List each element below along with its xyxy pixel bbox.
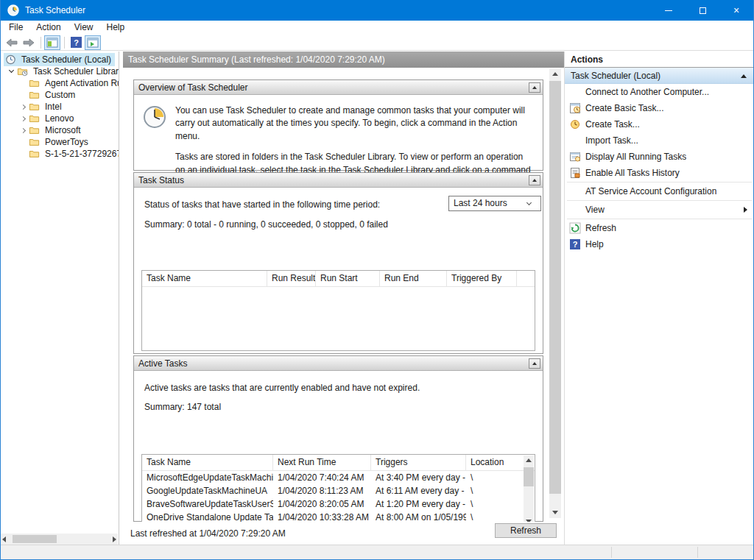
overview-section-title: Overview of Task Scheduler — [138, 82, 248, 93]
actions-group-header[interactable]: Task Scheduler (Local) — [565, 68, 754, 84]
task-status-section-header[interactable]: Task Status — [134, 173, 543, 188]
chevron-collapsed-icon[interactable] — [21, 116, 26, 121]
tree-item-folder[interactable]: S-1-5-21-3772926790- — [1, 148, 119, 160]
show-action-pane-button[interactable] — [85, 35, 101, 50]
create-task-icon — [569, 118, 581, 130]
action-label: View — [585, 205, 605, 215]
menu-bar: File Action View Help — [1, 21, 753, 35]
close-icon: × — [733, 5, 739, 15]
back-button[interactable] — [4, 35, 20, 50]
cell-triggers: At 8:00 AM on 1/05/199... — [371, 511, 466, 522]
active-tasks-description: Active tasks are tasks that are currentl… — [144, 383, 420, 393]
table-vertical-scrollbar[interactable] — [524, 456, 534, 522]
scrollbar-thumb[interactable] — [524, 467, 534, 486]
chevron-collapsed-icon[interactable] — [21, 104, 26, 109]
action-create-basic-task[interactable]: Create Basic Task... — [565, 100, 754, 116]
column-header[interactable]: Run Result — [267, 271, 316, 286]
active-tasks-table: Task Name Next Run Time Triggers Locatio… — [141, 454, 535, 522]
overview-section-header[interactable]: Overview of Task Scheduler — [134, 80, 543, 95]
column-header[interactable]: Triggered By — [447, 271, 517, 286]
cell-next-run-time: 1/04/2020 8:20:05 AM — [273, 497, 371, 511]
tree-horizontal-scrollbar[interactable] — [1, 534, 118, 545]
active-tasks-section-title: Active Tasks — [138, 358, 187, 369]
column-header[interactable]: Run End — [380, 271, 447, 286]
tree-item-folder[interactable]: Agent Activation Runt — [1, 77, 119, 89]
summary-header: Task Scheduler Summary (Last refreshed: … — [123, 52, 564, 68]
table-row[interactable]: OneDrive Standalone Update Task-... 1/04… — [142, 511, 535, 522]
task-scheduler-window: Task Scheduler × File Action View Help ? — [0, 0, 754, 560]
statusbar-divider — [697, 547, 698, 558]
menu-view[interactable]: View — [68, 21, 100, 35]
tree-item-folder[interactable]: Lenovo — [1, 113, 119, 124]
chevron-collapsed-icon[interactable] — [21, 127, 26, 132]
time-period-dropdown[interactable]: Last 24 hours — [448, 196, 541, 211]
active-tasks-section-header[interactable]: Active Tasks — [134, 356, 543, 371]
scroll-down-icon[interactable] — [552, 511, 558, 514]
column-header[interactable]: Triggers — [371, 455, 466, 470]
tree-item-label: Microsoft — [43, 124, 83, 136]
refresh-button[interactable]: Refresh — [495, 523, 557, 538]
column-header[interactable]: Task Name — [142, 455, 273, 470]
tree-item-label: PowerToys — [43, 136, 91, 148]
scroll-up-icon[interactable] — [552, 72, 558, 76]
column-header[interactable]: Run Start — [316, 271, 380, 286]
action-at-service-account-configuration[interactable]: AT Service Account Configuration — [565, 183, 754, 199]
scrollbar-thumb[interactable] — [13, 535, 57, 543]
menu-help[interactable]: Help — [100, 21, 132, 35]
tree-item-folder[interactable]: Microsoft — [1, 124, 119, 136]
actions-separator — [567, 219, 752, 219]
close-button[interactable]: × — [719, 0, 753, 21]
collapse-button[interactable] — [529, 358, 540, 369]
action-import-task[interactable]: Import Task... — [565, 132, 754, 149]
action-enable-all-tasks-history[interactable]: Enable All Tasks History — [565, 165, 754, 181]
statusbar-divider — [611, 547, 612, 558]
create-basic-task-icon — [569, 102, 581, 114]
table-row[interactable]: MicrosoftEdgeUpdateTaskMachine... 1/04/2… — [142, 471, 535, 484]
maximize-button[interactable] — [686, 0, 719, 21]
table-row[interactable]: GoogleUpdateTaskMachineUA 1/04/2020 8:11… — [142, 484, 535, 497]
tree-item-folder[interactable]: Intel — [1, 101, 119, 113]
action-label: Create Task... — [585, 119, 640, 130]
enable-all-tasks-history-icon — [569, 167, 581, 179]
scrollbar-thumb[interactable] — [549, 81, 561, 494]
cell-next-run-time: 1/04/2020 7:40:24 AM — [273, 471, 371, 484]
action-view[interactable]: View — [565, 202, 754, 218]
folder-icon — [29, 137, 40, 147]
show-console-tree-button[interactable] — [44, 35, 60, 50]
action-connect-to-another-computer[interactable]: Connect to Another Computer... — [565, 84, 754, 100]
overview-paragraph-1: You can use Task Scheduler to create and… — [175, 104, 534, 143]
action-display-all-running-tasks[interactable]: Display All Running Tasks — [565, 149, 754, 165]
minimize-button[interactable] — [652, 0, 686, 21]
forward-button[interactable] — [21, 35, 37, 50]
action-refresh[interactable]: Refresh — [565, 220, 754, 236]
tree-item-task-scheduler-local[interactable]: Task Scheduler (Local) — [1, 54, 119, 65]
summary-vertical-scrollbar[interactable] — [549, 68, 561, 518]
scroll-up-icon[interactable] — [526, 458, 532, 462]
help-button[interactable]: ? — [68, 35, 84, 50]
scroll-left-icon[interactable] — [2, 536, 6, 542]
column-header[interactable]: Task Name — [142, 271, 267, 286]
display-all-running-tasks-icon — [569, 151, 581, 163]
active-tasks-summary: Summary: 147 total — [144, 402, 221, 412]
action-help[interactable]: ? Help — [565, 236, 754, 252]
help-icon: ? — [569, 238, 581, 250]
tree-item-task-scheduler-library[interactable]: Task Scheduler Library — [1, 65, 119, 77]
show-action-pane-icon — [87, 38, 99, 48]
window-title: Task Scheduler — [25, 5, 85, 15]
actions-title: Actions — [565, 52, 754, 68]
tree-item-folder[interactable]: PowerToys — [1, 136, 119, 148]
collapse-button[interactable] — [529, 82, 540, 93]
menu-file[interactable]: File — [2, 21, 29, 35]
action-create-task[interactable]: Create Task... — [565, 116, 754, 132]
time-period-label: Status of tasks that have started in the… — [144, 199, 380, 210]
folder-icon — [29, 90, 40, 100]
table-row[interactable]: BraveSoftwareUpdateTaskUserS-1-... 1/04/… — [142, 497, 535, 511]
chevron-expanded-icon[interactable] — [9, 68, 14, 73]
column-header[interactable]: Next Run Time — [273, 455, 371, 470]
actions-group-label: Task Scheduler (Local) — [571, 71, 660, 81]
tree-item-folder[interactable]: Custom — [1, 89, 119, 101]
folder-icon — [29, 125, 40, 135]
menu-action[interactable]: Action — [29, 21, 67, 35]
collapse-button[interactable] — [529, 175, 540, 185]
scroll-right-icon[interactable] — [113, 536, 116, 542]
